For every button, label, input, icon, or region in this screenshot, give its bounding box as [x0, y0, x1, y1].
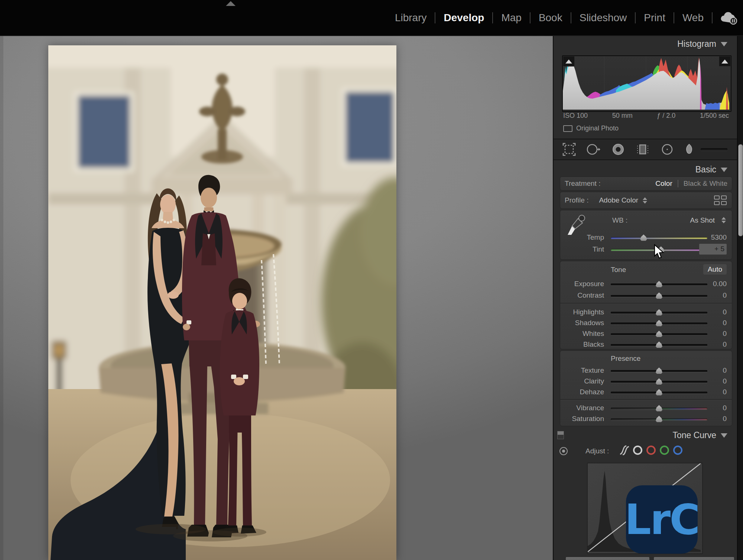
whites-value[interactable]: 0 — [695, 330, 727, 338]
profile-select[interactable]: Adobe Color — [599, 196, 638, 204]
targeted-adjustment-icon[interactable] — [559, 447, 568, 455]
shadow-clipping-indicator[interactable] — [563, 56, 575, 67]
graduated-filter-tool-icon[interactable] — [635, 141, 651, 158]
module-book[interactable]: Book — [531, 12, 571, 24]
presence-group: Presence Texture 0 Clarity 0 Dehaze 0 Vi… — [560, 350, 732, 426]
saturation-slider[interactable] — [611, 418, 707, 420]
divider — [560, 303, 732, 304]
auto-tone-button[interactable]: Auto — [703, 264, 727, 275]
updown-arrows-icon[interactable] — [721, 217, 726, 223]
exposure-value[interactable]: 0.00 — [695, 280, 727, 288]
photo-canvas — [0, 36, 553, 560]
crop-tool-icon[interactable] — [561, 141, 577, 158]
exposure-slider[interactable] — [611, 284, 707, 285]
clarity-slider-thumb[interactable] — [656, 378, 662, 385]
red-eye-tool-icon[interactable] — [610, 141, 626, 158]
vibrance-slider[interactable] — [611, 408, 707, 410]
clarity-slider[interactable] — [611, 381, 707, 383]
vibrance-value[interactable]: 0 — [695, 404, 727, 412]
cloud-sync-icon[interactable] — [719, 10, 739, 25]
texture-slider-row: Texture 0 — [560, 366, 732, 377]
dehaze-value[interactable]: 0 — [695, 388, 727, 396]
temp-label: Temp — [560, 233, 604, 242]
exif-iso: ISO 100 — [563, 112, 588, 120]
highlights-slider[interactable] — [611, 312, 707, 314]
wb-select[interactable]: As Shot — [690, 216, 715, 224]
histogram-panel-header[interactable]: Histogram — [554, 36, 738, 52]
clarity-value[interactable]: 0 — [695, 377, 727, 385]
presence-section-label: Presence — [611, 355, 640, 363]
contrast-value[interactable]: 0 — [695, 291, 727, 300]
texture-value[interactable]: 0 — [695, 366, 727, 375]
dehaze-slider-thumb[interactable] — [656, 389, 662, 395]
texture-slider-thumb[interactable] — [656, 368, 662, 374]
tone-curve-panel-header[interactable]: Tone Curve — [554, 427, 738, 443]
dehaze-slider[interactable] — [611, 392, 707, 394]
blue-channel-icon[interactable] — [673, 446, 682, 455]
radial-filter-tool-icon[interactable] — [659, 141, 675, 158]
contrast-label: Contrast — [560, 291, 604, 300]
vibrance-slider-thumb[interactable] — [656, 405, 662, 411]
treatment-group: Treatment : Color Black & White — [560, 177, 732, 191]
photo[interactable] — [48, 45, 396, 560]
point-curve-channel-icon[interactable] — [633, 446, 642, 455]
module-library[interactable]: Library — [387, 12, 435, 24]
texture-slider[interactable] — [611, 370, 707, 372]
red-channel-icon[interactable] — [646, 446, 656, 455]
shadows-value[interactable]: 0 — [695, 319, 727, 327]
green-channel-icon[interactable] — [660, 446, 669, 455]
histogram-display[interactable] — [562, 55, 731, 112]
temp-slider-thumb[interactable] — [640, 234, 647, 241]
collapse-triangle-icon[interactable] — [721, 42, 727, 46]
panel-scrollbar-thumb[interactable] — [738, 144, 743, 236]
shadows-slider[interactable] — [611, 323, 707, 324]
whites-slider-thumb[interactable] — [656, 331, 662, 337]
contrast-slider-thumb[interactable] — [656, 292, 662, 299]
blacks-label: Blacks — [560, 340, 604, 349]
module-develop[interactable]: Develop — [435, 12, 492, 24]
treatment-color-option[interactable]: Color — [655, 179, 672, 188]
temp-value[interactable]: 5300 — [695, 233, 727, 242]
module-web[interactable]: Web — [674, 12, 712, 24]
collapse-triangle-icon[interactable] — [721, 168, 727, 172]
whites-slider[interactable] — [611, 333, 707, 335]
module-slideshow[interactable]: Slideshow — [571, 12, 635, 24]
blacks-slider-thumb[interactable] — [656, 341, 662, 348]
top-panel-reveal-arrow-icon[interactable] — [226, 1, 236, 6]
curve-region-control[interactable] — [653, 557, 734, 560]
tone-section-label: Tone — [611, 266, 626, 274]
parametric-curve-icon[interactable] — [619, 445, 630, 455]
exposure-slider-thumb[interactable] — [656, 281, 662, 287]
tint-value[interactable]: + 5 — [699, 244, 727, 255]
spot-removal-tool-icon[interactable] — [585, 141, 602, 158]
whites-label: Whites — [560, 330, 604, 338]
left-panel-edge[interactable] — [0, 36, 3, 560]
panel-scrollbar-track[interactable] — [737, 36, 743, 560]
module-print[interactable]: Print — [636, 12, 674, 24]
saturation-value[interactable]: 0 — [695, 415, 727, 423]
curve-region-control[interactable] — [565, 557, 650, 560]
shadows-slider-thumb[interactable] — [656, 320, 662, 326]
highlights-value[interactable]: 0 — [695, 308, 727, 316]
collapse-triangle-icon[interactable] — [721, 433, 727, 438]
wb-label: WB : — [612, 216, 627, 224]
module-nav: Library Develop Map Book Slideshow Print… — [387, 0, 739, 35]
exposure-slider-row: Exposure 0.00 — [560, 279, 732, 290]
contrast-slider[interactable] — [611, 295, 707, 297]
updown-arrows-icon[interactable] — [643, 197, 647, 204]
blacks-value[interactable]: 0 — [695, 340, 727, 349]
temp-slider[interactable] — [611, 237, 707, 239]
treatment-bw-option[interactable]: Black & White — [684, 179, 727, 188]
adjustment-brush-tool-icon[interactable] — [684, 141, 695, 158]
brush-size-slider[interactable] — [701, 148, 727, 150]
basic-panel-header[interactable]: Basic — [554, 162, 738, 177]
contrast-slider-row: Contrast 0 — [560, 291, 732, 302]
highlights-slider-thumb[interactable] — [656, 309, 662, 315]
saturation-slider-thumb[interactable] — [656, 416, 662, 422]
module-map[interactable]: Map — [493, 12, 529, 24]
solo-mode-icon[interactable] — [557, 431, 564, 439]
original-photo-row[interactable]: Original Photo — [563, 124, 619, 132]
highlight-clipping-indicator[interactable] — [719, 56, 731, 67]
profile-browser-icon[interactable] — [714, 195, 727, 205]
blacks-slider[interactable] — [611, 344, 707, 346]
